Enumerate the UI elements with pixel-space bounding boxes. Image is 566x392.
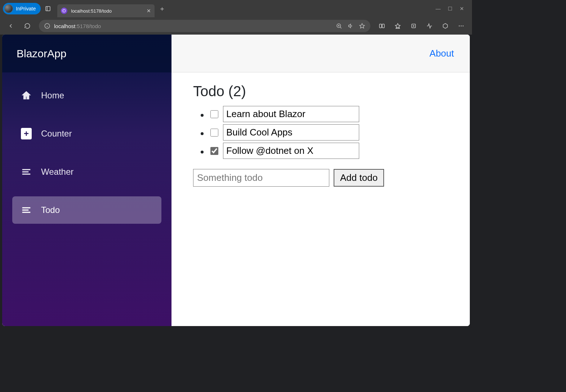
tab-actions-button[interactable] [41,2,55,15]
svg-marker-13 [395,23,400,28]
top-row: About [171,35,470,72]
home-icon [21,90,32,101]
add-todo-row: Add todo [193,169,448,187]
close-window-icon[interactable]: ✕ [460,6,464,12]
favorites-icon[interactable] [391,19,405,32]
sidebar-item-label: Home [41,90,64,101]
svg-point-20 [463,26,464,27]
collections-icon[interactable] [406,19,421,32]
sidebar-nav: Home+CounterWeatherTodo [2,72,171,233]
sidebar-item-label: Weather [41,167,73,177]
list-icon [21,166,32,177]
todo-checkbox[interactable] [210,110,218,118]
titlebar: InPrivate localhost:5178/todo ✕ ＋ — ☐ ✕ [0,0,472,17]
list-icon [21,205,32,215]
page-content: Todo (2) Add todo [171,72,470,197]
main-area: About Todo (2) Add todo [171,35,470,326]
svg-marker-10 [360,23,365,28]
new-tab-button[interactable]: ＋ [159,4,165,13]
inprivate-badge[interactable]: InPrivate [3,3,41,14]
add-todo-button[interactable]: Add todo [334,169,384,187]
read-aloud-icon[interactable] [347,23,354,29]
todo-title-input[interactable] [223,106,359,122]
performance-icon[interactable] [422,19,437,32]
svg-rect-0 [46,6,50,11]
todo-checkbox[interactable] [210,147,218,155]
sidebar-item-label: Counter [41,129,72,139]
todo-title-input[interactable] [223,124,359,141]
svg-point-18 [459,26,460,27]
browser-window: InPrivate localhost:5178/todo ✕ ＋ — ☐ ✕ [0,0,472,328]
address-bar[interactable]: localhost:5178/todo [39,20,370,32]
address-text: localhost:5178/todo [54,23,101,29]
sidebar-item-home[interactable]: Home [12,82,161,109]
about-link[interactable]: About [429,48,454,59]
sidebar-item-todo[interactable]: Todo [12,196,161,224]
sidebar-item-label: Todo [41,205,60,215]
refresh-button[interactable] [20,19,35,32]
new-todo-input[interactable] [193,169,329,187]
todo-item [209,124,448,141]
tab-title: localhost:5178/todo [71,8,112,14]
close-tab-icon[interactable]: ✕ [147,8,151,14]
svg-point-2 [63,9,66,12]
maximize-icon[interactable]: ☐ [448,6,453,12]
todo-item [209,106,448,122]
menu-button[interactable] [454,19,468,32]
minimize-icon[interactable]: — [436,6,441,12]
sidebar-item-weather[interactable]: Weather [12,158,161,186]
browser-toolbar: localhost:5178/todo [0,17,472,35]
back-button[interactable] [4,19,18,32]
plus-icon: + [21,128,32,139]
extensions-icon[interactable] [438,19,453,32]
page-title: Todo (2) [193,83,448,99]
svg-line-9 [340,27,342,28]
app-brand[interactable]: BlazorApp [2,35,171,72]
browser-tab[interactable]: localhost:5178/todo ✕ [57,4,155,17]
sidebar-item-counter[interactable]: +Counter [12,120,161,147]
todo-list [193,106,448,159]
todo-checkbox[interactable] [210,129,218,137]
avatar-icon [4,4,13,13]
inprivate-label: InPrivate [16,6,36,12]
sidebar: BlazorApp Home+CounterWeatherTodo [2,35,171,326]
svg-rect-11 [379,24,382,28]
window-controls: — ☐ ✕ [436,6,469,12]
favicon-icon [61,8,67,14]
favorite-icon[interactable] [359,23,365,29]
info-icon [44,23,50,29]
svg-point-19 [461,26,462,27]
svg-rect-12 [382,24,384,28]
split-screen-icon[interactable] [375,19,389,32]
page-viewport: BlazorApp Home+CounterWeatherTodo About … [2,35,470,326]
todo-item [209,143,448,159]
zoom-icon[interactable] [336,23,342,29]
todo-title-input[interactable] [223,143,359,159]
